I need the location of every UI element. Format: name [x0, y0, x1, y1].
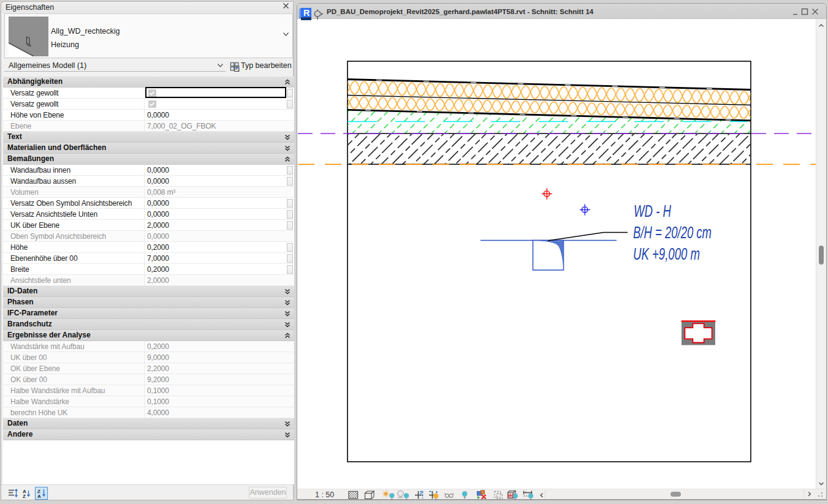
svg-text:Z: Z: [23, 494, 26, 499]
svg-text:R: R: [303, 8, 310, 18]
svg-text:1 : 50: 1 : 50: [315, 491, 334, 499]
svg-text:A: A: [37, 494, 41, 499]
svg-text:B/H = 20/20 cm: B/H = 20/20 cm: [633, 222, 712, 242]
svg-text:UK +9,000 m: UK +9,000 m: [633, 244, 700, 263]
svg-text:WD - H: WD - H: [634, 201, 671, 220]
